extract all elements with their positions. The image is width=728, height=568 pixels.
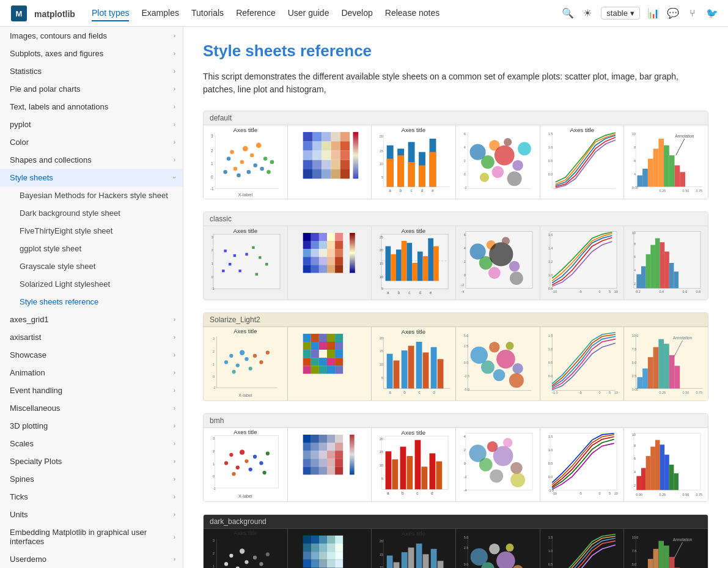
sidebar-item-statistics[interactable]: Statistics › [0,62,183,80]
plot-default-lines[interactable]: Axes title 1.5 1.0 0.5 0.0 [540,125,625,199]
search-icon[interactable]: 🔍 [562,7,574,20]
plot-dark-scatter[interactable]: Axes title 3 [204,529,288,568]
sidebar-item-shapes[interactable]: Shapes and collections › [0,151,183,169]
svg-rect-503 [394,562,400,568]
plot-classic-lines[interactable]: 1.6 1.4 1.2 1.0 0.8 -10 -5 0 5 10 [540,226,625,300]
svg-rect-110 [675,165,680,186]
plot-solarize-lines[interactable]: 1.5 1.0 0.5 0.0 -1.0 -5 0 5 10 [540,327,625,400]
svg-text:1: 1 [213,363,215,366]
sidebar-item-event[interactable]: Event handling › [0,382,183,399]
nav-reference[interactable]: Reference [236,6,276,21]
plot-dark-bar[interactable]: Axes title a b c d [372,529,456,568]
plot-dark-bubble[interactable]: 5.0 2.5 0.0 -2.5 -5.0 [456,529,540,568]
plot-default-hist[interactable]: Annotation 10 8 [624,125,708,199]
sidebar-item-subplots[interactable]: Subplots, axes and figures › [0,45,183,62]
chart-icon[interactable]: 📊 [647,7,660,20]
sidebar-item-misc[interactable]: Miscellaneous › [0,399,183,417]
logo[interactable]: M matplotlib [10,4,77,23]
plot-solarize-bubble[interactable]: 5.0 2.5 0.0 -2.5 -5.0 [456,327,540,400]
svg-rect-265 [319,350,327,358]
svg-text:0.5: 0.5 [548,462,553,465]
sidebar: Images, contours and fields › Subplots, … [0,27,183,568]
sidebar-item-ggplot[interactable]: ggplot style sheet [0,240,183,257]
sidebar-item-userdemo[interactable]: Userdemo › [0,550,183,568]
plot-bmh-hist[interactable]: Annotation 10 8 6 [624,428,708,501]
nav-develop[interactable]: Develop [341,6,372,21]
sidebar-item-embedding[interactable]: Embedding Matplotlib in graphical user i… [0,523,183,550]
plot-bmh-bubble[interactable]: 4 2 0 -2 -4 [456,428,540,501]
sidebar-item-fivethirty[interactable]: FiveThirtyEight style sheet [0,222,183,240]
plot-solarize-hist[interactable]: Annotation 10.0 7.5 5 [624,327,708,400]
plot-default-heatmap[interactable] [288,125,372,199]
nav-examples[interactable]: Examples [141,6,178,21]
sidebar-item-style[interactable]: Style sheets › [0,169,183,186]
nav-tutorials[interactable]: Tutorials [191,6,224,21]
sidebar-item-axes-grid1[interactable]: axes_grid1 › [0,311,183,328]
nav-user-guide[interactable]: User guide [288,6,329,21]
plot-dark-heatmap[interactable] [288,529,372,568]
sidebar-item-color[interactable]: Color › [0,133,183,151]
svg-point-193 [502,237,510,245]
plot-bmh-lines[interactable]: 1.5 1.0 0.5 0.0 -1.0 -10 -5 0 5 10 [540,428,625,501]
svg-text:1.6: 1.6 [548,233,553,237]
sidebar-item-text[interactable]: Text, labels and annotations › [0,98,183,116]
sidebar-item-solarized[interactable]: Solarized Light stylesheet [0,275,183,293]
svg-rect-253 [303,334,311,342]
plot-solarize-scatter[interactable]: Axes title 3 2 [204,327,288,400]
plot-default-bar[interactable]: Axes title a b [372,125,456,199]
sidebar-item-images[interactable]: Images, contours and fields › [0,27,183,45]
svg-text:6: 6 [634,457,636,460]
sidebar-item-pie[interactable]: Pie and polar charts › [0,80,183,98]
sidebar-item-showcase[interactable]: Showcase › [0,346,183,364]
sidebar-item-ticks[interactable]: Ticks › [0,488,183,506]
plot-default-scatter[interactable]: Axes title X-label [204,125,288,199]
sidebar-item-axisartist[interactable]: axisartist › [0,328,183,346]
plot-dark-lines[interactable]: 1.5 1.0 0.5 0.0 -1.0 -5 0 5 10 [540,529,625,568]
svg-text:2: 2 [211,248,213,252]
sidebar-item-spines[interactable]: Spines › [0,470,183,488]
svg-text:Axes title: Axes title [570,127,594,133]
svg-text:0.5: 0.5 [548,562,553,566]
svg-rect-160 [327,265,335,273]
plot-classic-bubble[interactable]: 6 4 2 0 -2 -4 [456,226,540,300]
sidebar-item-units[interactable]: Units › [0,506,183,523]
svg-rect-123 [229,263,231,265]
sidebar-item-specialty[interactable]: Specialty Plots › [0,452,183,470]
plot-solarize-bar[interactable]: Axes title a b c d [372,327,456,400]
plot-dark-hist[interactable]: Annotation 10.0 7.5 5 [624,529,708,568]
sidebar-item-reference[interactable]: Style sheets reference [0,293,183,311]
plot-bmh-bar[interactable]: Axes title a b c d 20 [372,428,456,501]
sidebar-item-scales[interactable]: Scales › [0,435,183,452]
svg-rect-126 [245,253,248,256]
sidebar-item-animation[interactable]: Animation › [0,364,183,382]
sidebar-label-images: Images, contours and fields [10,31,107,40]
plot-bmh-heatmap[interactable] [288,428,372,501]
svg-text:0.25: 0.25 [660,391,666,394]
twitter-icon[interactable]: 🐦 [706,7,718,20]
plot-classic-scatter[interactable]: Axes title 3 [204,226,288,300]
sidebar-item-pyplot[interactable]: pyplot › [0,116,183,133]
svg-text:0.25: 0.25 [660,189,666,193]
github-icon[interactable]: ⑂ [686,7,699,20]
svg-text:b: b [402,491,404,495]
sidebar-item-grayscale[interactable]: Grayscale style sheet [0,257,183,275]
plot-bmh-scatter[interactable]: Axes title 3 2 [204,428,288,501]
theme-toggle-icon[interactable]: ☀ [581,7,594,20]
chat-icon[interactable]: 💬 [667,7,679,20]
sidebar-item-bayesian[interactable]: Bayesian Methods for Hackers style sheet [0,186,183,204]
svg-text:20: 20 [380,539,383,543]
plot-classic-heatmap[interactable] [288,226,372,300]
nav-release-notes[interactable]: Release notes [385,6,440,21]
nav-plot-types[interactable]: Plot types [92,6,129,21]
plot-classic-hist[interactable]: Annotation 10 8 6 [624,226,708,300]
sidebar-item-dark[interactable]: Dark background style sheet [0,204,183,222]
plot-solarize-heatmap[interactable] [288,327,372,400]
svg-rect-365 [319,435,327,443]
version-selector[interactable]: stable ▾ [601,7,640,20]
sidebar-item-3d[interactable]: 3D plotting › [0,417,183,435]
svg-rect-131 [256,273,258,275]
plot-default-bubble[interactable]: 6 4 2 0 -2 [456,125,540,199]
svg-rect-36 [340,141,349,150]
plot-classic-bar[interactable]: Axes title a b [372,226,456,300]
svg-rect-61 [408,162,415,186]
